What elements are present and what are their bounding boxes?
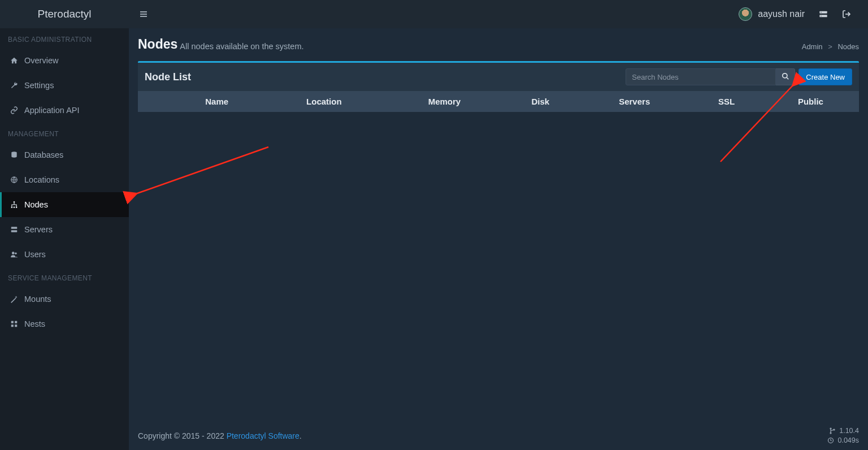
col-disk: Disk: [502, 91, 578, 112]
topbar-right: aayush nair: [739, 7, 851, 21]
box-header: Node List Create New: [138, 63, 859, 91]
globe-icon: [10, 176, 19, 184]
topbar: Pterodactyl aayush nair: [0, 0, 868, 28]
content-body: Node List Create New: [129, 61, 868, 450]
timing: 0.049s: [837, 436, 859, 445]
user-menu[interactable]: aayush nair: [739, 7, 805, 21]
col-location: Location: [262, 91, 386, 112]
sidebar-item-mounts[interactable]: Mounts: [0, 287, 129, 311]
footer: Copyright © 2015 - 2022 Pterodactyl Soft…: [129, 421, 868, 450]
home-icon: [10, 57, 19, 64]
svg-rect-15: [11, 230, 18, 232]
breadcrumb-current: Nodes: [837, 42, 859, 51]
sidebar: BASIC ADMINISTRATION Overview Settings A…: [0, 28, 129, 450]
svg-rect-12: [14, 207, 15, 208]
copyright-prefix: Copyright © 2015 - 2022: [138, 431, 227, 440]
svg-rect-13: [16, 207, 17, 208]
sidebar-item-label: Locations: [24, 175, 59, 184]
avatar: [739, 7, 752, 21]
main-area: Nodes All nodes available on the system.…: [129, 28, 868, 450]
sidebar-item-databases[interactable]: Databases: [0, 142, 129, 167]
sidebar-item-nodes[interactable]: Nodes: [0, 192, 129, 217]
content-header: Nodes All nodes available on the system.…: [129, 28, 868, 61]
sidebar-section-header: SERVICE MANAGEMENT: [0, 267, 129, 287]
branch-icon: [829, 427, 836, 434]
sidebar-item-users[interactable]: Users: [0, 242, 129, 267]
brand-text: Pterodactyl: [37, 8, 91, 20]
svg-rect-19: [15, 321, 17, 323]
svg-point-24: [830, 428, 831, 429]
sidebar-item-label: Overview: [24, 56, 58, 65]
svg-rect-20: [11, 324, 14, 327]
sidebar-item-label: Nodes: [24, 200, 48, 209]
svg-rect-10: [14, 201, 15, 202]
search-input[interactable]: [626, 68, 776, 85]
col-name: Name: [172, 91, 262, 112]
user-name: aayush nair: [758, 9, 805, 19]
node-list-box: Node List Create New: [138, 61, 859, 112]
server-icon: [10, 226, 19, 233]
link-icon: [10, 106, 19, 114]
sidebar-item-label: Databases: [24, 150, 63, 159]
svg-rect-11: [11, 207, 12, 208]
sidebar-item-settings[interactable]: Settings: [0, 73, 129, 98]
col-servers: Servers: [578, 91, 691, 112]
svg-point-25: [830, 432, 831, 434]
sidebar-toggle-icon[interactable]: [139, 10, 148, 19]
sidebar-item-label: Mounts: [24, 295, 51, 304]
sidebar-item-label: Application API: [24, 106, 80, 115]
sidebar-item-servers[interactable]: Servers: [0, 217, 129, 242]
sidebar-item-label: Nests: [24, 319, 45, 328]
breadcrumb-admin[interactable]: Admin: [802, 42, 823, 51]
sidebar-item-locations[interactable]: Locations: [0, 167, 129, 192]
box-title: Node List: [145, 71, 191, 83]
node-table: Name Location Memory Disk Servers SSL Pu…: [138, 91, 859, 112]
page-subtitle: All nodes available on the system.: [180, 42, 303, 51]
exit-admin-icon[interactable]: [818, 10, 828, 19]
svg-point-22: [783, 73, 787, 77]
col-memory: Memory: [386, 91, 502, 112]
sidebar-section-header: BASIC ADMINISTRATION: [0, 28, 129, 48]
sidebar-item-nests[interactable]: Nests: [0, 311, 129, 336]
sitemap-icon: [10, 201, 19, 209]
version: 1.10.4: [839, 426, 859, 436]
svg-line-23: [787, 77, 789, 79]
sidebar-item-overview[interactable]: Overview: [0, 48, 129, 73]
svg-point-16: [12, 252, 15, 254]
footer-project-link[interactable]: Pterodactyl Software: [227, 431, 300, 440]
clock-icon: [827, 437, 834, 444]
svg-point-17: [15, 253, 17, 255]
search-button[interactable]: [776, 68, 795, 85]
svg-point-6: [821, 16, 821, 16]
sign-out-icon[interactable]: [842, 10, 851, 19]
sidebar-item-application-api[interactable]: Application API: [0, 98, 129, 123]
col-blank: [138, 91, 172, 112]
sidebar-section-header: MANAGEMENT: [0, 123, 129, 142]
footer-text: Copyright © 2015 - 2022 Pterodactyl Soft…: [138, 431, 302, 440]
box-tools: Create New: [626, 68, 852, 85]
breadcrumb-sep: >: [828, 42, 832, 51]
col-ssl: SSL: [691, 91, 762, 112]
magic-icon: [10, 295, 19, 303]
grid-icon: [10, 320, 19, 328]
search-wrap: [626, 68, 795, 85]
database-icon: [10, 151, 19, 159]
footer-meta: 1.10.4 0.049s: [827, 426, 859, 445]
svg-rect-14: [11, 227, 18, 229]
col-public: Public: [762, 91, 859, 112]
sidebar-item-label: Users: [24, 250, 46, 259]
search-icon: [782, 72, 789, 82]
create-new-label: Create New: [806, 73, 845, 81]
brand-logo[interactable]: Pterodactyl: [0, 0, 129, 28]
create-new-button[interactable]: Create New: [798, 68, 852, 85]
svg-rect-21: [15, 324, 17, 327]
wrench-icon: [10, 81, 19, 89]
users-icon: [10, 250, 19, 258]
svg-rect-18: [11, 321, 14, 323]
footer-period: .: [300, 431, 302, 440]
breadcrumb: Admin > Nodes: [802, 42, 859, 51]
sidebar-item-label: Servers: [24, 225, 53, 234]
page-title: Nodes: [138, 37, 177, 52]
sidebar-item-label: Settings: [24, 81, 54, 90]
svg-point-5: [821, 12, 821, 12]
